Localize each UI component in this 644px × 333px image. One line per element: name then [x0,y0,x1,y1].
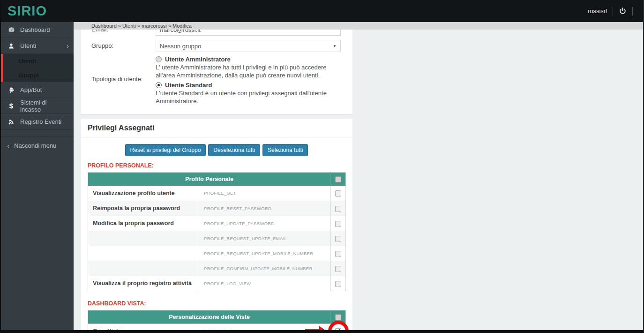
username-label[interactable]: rossisrl [588,8,607,15]
gruppo-label: Gruppo: [91,40,156,52]
sidebar-collapse-button[interactable]: ‹ Nascondi menu [1,136,74,154]
table-header-row: Profilo Personale [88,172,346,186]
privileges-panel-title: Privilegi Assegnati [81,119,352,138]
privilege-checkbox[interactable] [335,190,341,197]
privilege-checkbox[interactable] [335,221,341,227]
privilege-checkbox[interactable] [335,281,341,287]
sidebar-item-label: Utenti [20,42,62,49]
privilege-checkbox[interactable] [335,328,341,333]
privilege-label: Crea Vista [88,324,198,333]
table-row-crea-vista: Crea Vista VIEW_CREATE [88,324,346,333]
sidebar-item-app-bot[interactable]: App/Bot [1,82,74,98]
privilege-code: PROFILE_GET [198,186,331,201]
reset-group-privileges-button[interactable]: Reset ai privilegi del Gruppo [125,144,206,156]
gruppo-selected-value: Nessun gruppo [160,43,201,50]
sidebar-item-registro-eventi[interactable]: Registro Eventi [1,114,74,130]
sidebar-item-utenti[interactable]: Utenti › [1,38,74,54]
table-row: Visualizza il proprio registro attività … [88,276,346,291]
radio-amministratore[interactable] [156,56,162,62]
privilege-checkbox[interactable] [335,206,341,212]
dollar-icon: $ [7,102,15,110]
gruppo-select[interactable]: Nessun gruppo ▼ [156,40,341,52]
header-checkbox-cell [331,310,346,324]
radio-option-title: Utente Standard [165,82,212,89]
privilege-code: PROFILE_REQUEST_UPDATE_EMAIL [198,231,331,246]
table-header-row: Personalizzazione delle Viste [88,310,346,324]
deselect-all-button[interactable]: Deseleziona tutti [208,144,260,156]
table-row: PROFILE_REQUEST_UPDATE_EMAIL [88,231,346,246]
privilege-label [88,246,198,261]
table-row: PROFILE_CONFIRM_UPDATE_MOBILE_NUMBER [88,261,346,276]
gruppo-row: Gruppo: Nessun gruppo ▼ [91,40,342,52]
user-type-options: Utente Amministratore L' utente Amminist… [156,56,342,107]
privilege-label [88,261,198,276]
section-heading-profilo-personale: PROFILO PERSONALE: [88,162,345,169]
sidebar-submenu: Utenti Gruppi [1,54,74,82]
sidebar-item-label: App/Bot [20,86,69,93]
chevron-down-icon: ▼ [333,44,337,48]
user-icon [7,43,15,49]
privilege-checkbox[interactable] [335,251,341,257]
table-row: Visualizzazione profilo utente PROFILE_G… [88,186,346,201]
privilege-code: VIEW_CREATE [198,324,331,333]
privilege-label: Modifica la propria password [88,216,198,231]
table-title: Profilo Personale [88,172,331,186]
sidebar-item-label: Sistemi di incasso [20,99,69,113]
sidebar-item-label: Registro Eventi [20,118,69,125]
radio-option-description: L' utente Amministratore ha tutti i priv… [156,64,342,80]
radio-option-standard: Utente Standard L'utente Standard è un u… [156,82,342,106]
privilege-code: PROFILE_RESET_PASSWORD [198,201,331,216]
table-row: Modifica la propria password PROFILE_UPD… [88,216,346,231]
topbar-right: rossisrl [588,7,643,15]
privilege-code: PROFILE_UPDATE_PASSWORD [198,216,331,231]
section-heading-dashboard-vista: DASHBOARD VISTA: [88,300,345,307]
privilege-label [88,231,198,246]
table-row: PROFILE_REQUEST_UPDATE_MOBILE_NUMBER [88,246,346,261]
user-form-panel: Email: Gruppo: Nessun gruppo ▼ Tipologia… [81,30,352,114]
content-scroll-area[interactable]: Email: Gruppo: Nessun gruppo ▼ Tipologia… [74,30,643,333]
sidebar-item-sistemi-di-incasso[interactable]: $ Sistemi di incasso [1,98,74,114]
table-row: Reimposta la propria password PROFILE_RE… [88,201,346,216]
radio-option-title: Utente Amministratore [165,56,231,63]
chevron-right-icon: › [67,42,69,49]
privilege-checkbox[interactable] [335,236,341,242]
email-label: Email: [91,30,156,36]
privilege-code: PROFILE_LOG_VIEW [198,276,331,291]
collapse-label: Nascondi menu [14,142,69,149]
privilege-code: PROFILE_CONFIRM_UPDATE_MOBILE_NUMBER [198,261,331,276]
chevron-left-icon: ‹ [7,142,9,149]
submenu-item-gruppi[interactable]: Gruppi [3,68,74,82]
sidebar-item-dashboard[interactable]: Dashboard [1,22,74,38]
tipologia-row: Tipologia di utente: Utente Amministrato… [91,56,342,107]
breadcrumb: Dashboard » Utenti » marcorossi » Modifi… [74,22,643,30]
radio-option-description: L'utente Standard è un utente con privil… [156,90,342,106]
submenu-item-utenti[interactable]: Utenti [3,54,74,68]
tipologia-label: Tipologia di utente: [91,56,156,107]
radio-standard[interactable] [156,82,162,88]
privilege-label: Reimposta la propria password [88,201,198,216]
privilege-label: Visualizza il proprio registro attività [88,276,198,291]
app-window: SIRIO rossisrl Dashboard [0,0,644,333]
power-icon[interactable] [619,7,627,15]
dashboard-icon [7,26,15,33]
select-all-button[interactable]: Seleziona tutti [262,144,308,156]
sidebar-item-label: Dashboard [20,26,69,33]
rss-icon [7,119,15,125]
select-all-column-checkbox[interactable] [335,176,341,182]
email-row: Email: [91,30,342,36]
privilege-code: PROFILE_REQUEST_UPDATE_MOBILE_NUMBER [198,246,331,261]
privileges-toolbar: Reset ai privilegi del Gruppo Deselezion… [88,144,345,156]
privilege-checkbox[interactable] [335,266,341,272]
app-logo[interactable]: SIRIO [1,3,47,19]
privileges-panel-body: Reset ai privilegi del Gruppo Deselezion… [81,138,352,333]
privilege-label: Visualizzazione profilo utente [88,186,198,201]
privileges-panel: Privilegi Assegnati Reset ai privilegi d… [81,119,352,333]
topbar-divider [613,7,613,15]
android-icon [7,87,15,93]
radio-option-amministratore: Utente Amministratore L' utente Amminist… [156,56,342,80]
main-content: Dashboard » Utenti » marcorossi » Modifi… [74,22,643,333]
privileges-table-profilo-personale: Profilo Personale Visualizzazione profil… [88,172,346,291]
privileges-table-dashboard-vista: Personalizzazione delle Viste Crea Vista… [88,310,346,333]
select-all-column-checkbox[interactable] [335,314,341,320]
email-field[interactable] [156,30,341,36]
